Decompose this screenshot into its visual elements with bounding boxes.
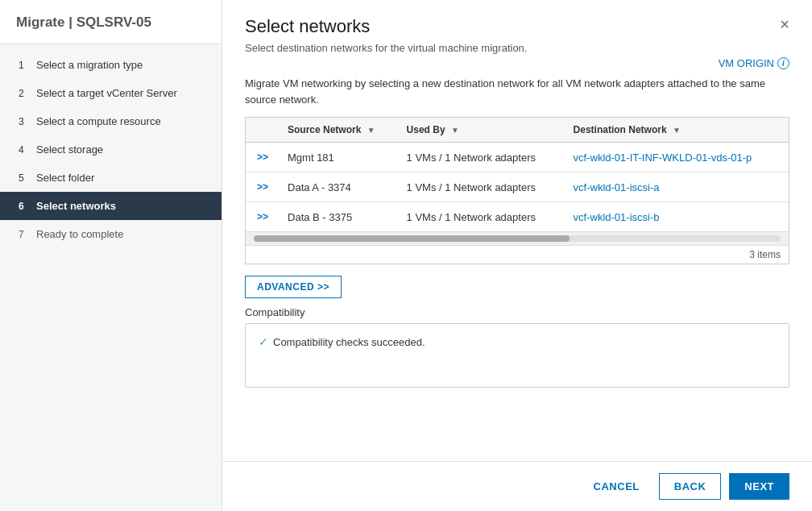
step-label-2: Select a target vCenter Server [36, 87, 177, 99]
dest-filter-icon[interactable]: ▼ [673, 126, 681, 135]
used-by-cell: 1 VMs / 1 Network adapters [399, 143, 566, 172]
sidebar-steps: 1Select a migration type2Select a target… [0, 44, 222, 511]
scrollbar-track [254, 235, 781, 242]
advanced-button[interactable]: ADVANCED >> [245, 276, 342, 298]
sidebar-title: Migrate | SQLSRV-05 [0, 0, 222, 44]
col-used-by: Used By ▼ [399, 118, 566, 143]
destination-network-link[interactable]: vcf-wkld-01-iscsi-a [574, 181, 660, 193]
main-subtitle: Select destination networks for the virt… [222, 37, 812, 54]
sidebar-step-5[interactable]: 5Select folder [0, 164, 222, 192]
back-button[interactable]: BACK [659, 473, 722, 500]
scrollbar-thumb[interactable] [254, 235, 570, 242]
used-by-cell: 1 VMs / 1 Network adapters [399, 172, 566, 202]
step-label-5: Select folder [36, 172, 94, 184]
used-by-cell: 1 VMs / 1 Network adapters [399, 202, 566, 232]
step-num-1: 1 [19, 60, 30, 71]
compatibility-section: Compatibility ✓ Compatibility checks suc… [222, 306, 812, 461]
advanced-btn-wrapper: ADVANCED >> [245, 276, 789, 298]
destination-network-cell[interactable]: vcf-wkld-01-iscsi-a [566, 172, 789, 202]
expand-cell: >> [246, 172, 280, 202]
networks-table-container: Source Network ▼ Used By ▼ Destination N… [245, 117, 789, 264]
compatibility-label: Compatibility [245, 306, 789, 318]
step-label-6: Select networks [36, 200, 116, 212]
source-network-cell: Mgmt 181 [280, 143, 399, 172]
info-icon: i [777, 57, 789, 69]
step-num-6: 6 [19, 201, 30, 212]
step-label-7: Ready to complete [36, 228, 123, 240]
items-count: 3 items [246, 245, 789, 264]
main-panel: Select networks × Select destination net… [222, 0, 812, 511]
migrate-dialog: Migrate | SQLSRV-05 1Select a migration … [0, 0, 812, 511]
destination-network-link[interactable]: vcf-wkld-01-IT-INF-WKLD-01-vds-01-p [574, 152, 752, 164]
source-network-cell: Data B - 3375 [280, 202, 399, 232]
main-header: Select networks × [222, 0, 812, 37]
footer: CANCEL BACK NEXT [222, 461, 812, 511]
sidebar-step-7[interactable]: 7Ready to complete [0, 220, 222, 248]
expand-button[interactable]: >> [254, 210, 271, 224]
step-label-3: Select a compute resource [36, 115, 161, 127]
destination-network-cell[interactable]: vcf-wkld-01-IT-INF-WKLD-01-vds-01-p [566, 143, 789, 172]
used-by-filter-icon[interactable]: ▼ [451, 126, 459, 135]
scrollbar-row [246, 231, 789, 245]
next-button[interactable]: NEXT [729, 473, 789, 500]
table-row: >>Mgmt 1811 VMs / 1 Network adaptersvcf-… [246, 143, 789, 172]
step-num-4: 4 [19, 144, 30, 156]
table-row: >>Data A - 33741 VMs / 1 Network adapter… [246, 172, 789, 202]
compatibility-box: ✓ Compatibility checks succeeded. [245, 323, 789, 388]
step-num-2: 2 [19, 88, 30, 99]
sidebar-step-4[interactable]: 4Select storage [0, 135, 222, 164]
expand-button[interactable]: >> [254, 180, 271, 194]
step-label-4: Select storage [36, 143, 103, 156]
expand-button[interactable]: >> [254, 150, 271, 164]
sidebar-step-6: 6Select networks [0, 192, 222, 220]
vm-origin-label: VM ORIGIN [719, 57, 774, 69]
vm-origin-link[interactable]: VM ORIGIN i [719, 57, 789, 69]
destination-network-link[interactable]: vcf-wkld-01-iscsi-b [574, 211, 660, 223]
sidebar-step-1[interactable]: 1Select a migration type [0, 51, 222, 79]
description-text: Migrate VM networking by selecting a new… [222, 69, 812, 117]
close-button[interactable]: × [780, 16, 789, 32]
expand-cell: >> [246, 143, 280, 172]
check-icon: ✓ [259, 335, 268, 348]
cancel-button[interactable]: CANCEL [582, 474, 651, 499]
step-num-7: 7 [19, 229, 30, 240]
col-destination-network: Destination Network ▼ [566, 118, 789, 143]
step-num-5: 5 [19, 172, 30, 184]
step-label-1: Select a migration type [36, 59, 143, 71]
table-inner: Source Network ▼ Used By ▼ Destination N… [246, 118, 789, 231]
compatibility-success-row: ✓ Compatibility checks succeeded. [259, 335, 776, 348]
col-expand [246, 118, 280, 143]
col-source-network: Source Network ▼ [280, 118, 399, 143]
dialog-title: Migrate | SQLSRV-05 [16, 15, 151, 30]
sidebar-step-2[interactable]: 2Select a target vCenter Server [0, 79, 222, 107]
networks-table: Source Network ▼ Used By ▼ Destination N… [246, 118, 789, 231]
destination-network-cell[interactable]: vcf-wkld-01-iscsi-b [566, 202, 789, 232]
sidebar: Migrate | SQLSRV-05 1Select a migration … [0, 0, 222, 511]
expand-cell: >> [246, 202, 280, 232]
sidebar-step-3[interactable]: 3Select a compute resource [0, 107, 222, 135]
source-network-cell: Data A - 3374 [280, 172, 399, 202]
page-title: Select networks [245, 16, 370, 37]
compatibility-message: Compatibility checks succeeded. [273, 336, 425, 348]
source-filter-icon[interactable]: ▼ [367, 126, 375, 135]
vm-origin-row: VM ORIGIN i [222, 54, 812, 69]
step-num-3: 3 [19, 116, 30, 127]
table-row: >>Data B - 33751 VMs / 1 Network adapter… [246, 202, 789, 232]
